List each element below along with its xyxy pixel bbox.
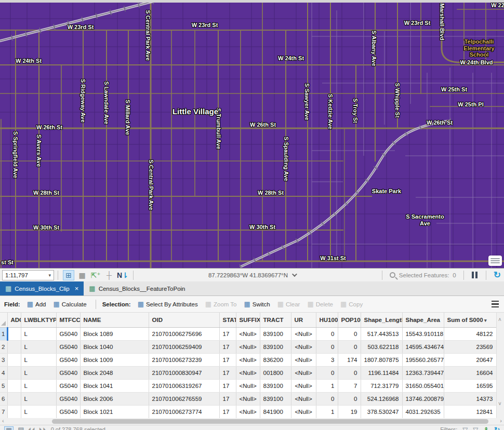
new-map-pane-icon[interactable]: ⊞ bbox=[63, 270, 74, 280]
cell[interactable]: 17 bbox=[219, 327, 236, 340]
scrollbar-thumb[interactable] bbox=[52, 419, 488, 424]
cell[interactable]: 210701006276559 bbox=[149, 392, 219, 405]
cell[interactable]: 1 bbox=[316, 405, 338, 418]
cell[interactable]: 16604 bbox=[444, 366, 496, 379]
cell[interactable]: <Null> bbox=[236, 366, 260, 379]
row-number[interactable]: 2 bbox=[0, 340, 7, 353]
cell[interactable]: 517.443513 bbox=[361, 327, 402, 340]
cell[interactable]: <Null> bbox=[236, 379, 260, 392]
tab-census_blocks__featuretopoin[interactable]: ▦Census_Blocks__FeatureToPoin bbox=[84, 281, 190, 295]
vertical-scrollbar[interactable]: ˄ ˅ bbox=[496, 313, 504, 418]
cell[interactable]: G5040 bbox=[56, 353, 80, 366]
cell[interactable]: <Null> bbox=[291, 379, 316, 392]
cell[interactable]: 48122 bbox=[444, 327, 496, 340]
column-header-shape_length[interactable]: Shape_Length bbox=[361, 313, 402, 327]
cell[interactable]: 0 bbox=[338, 327, 361, 340]
table-menu-icon[interactable] bbox=[492, 301, 501, 308]
scroll-up-icon[interactable]: ˄ bbox=[498, 317, 501, 322]
switch-button[interactable]: ▦Switch bbox=[244, 300, 270, 308]
cell[interactable]: Block 1041 bbox=[80, 379, 149, 392]
cell[interactable]: 12363.739447 bbox=[402, 366, 444, 379]
sync-icon[interactable]: ↟ bbox=[483, 426, 489, 430]
table-row[interactable]: 4LG5040Block 204821070100083094717<Null>… bbox=[0, 366, 496, 379]
cell[interactable]: L bbox=[21, 327, 56, 340]
cell[interactable] bbox=[7, 366, 21, 379]
cell[interactable]: 17 bbox=[219, 366, 236, 379]
table-row[interactable]: 2LG5040Block 104021070100625940917<Null>… bbox=[0, 340, 496, 353]
cell[interactable]: 839100 bbox=[260, 392, 291, 405]
cell[interactable]: 3 bbox=[316, 353, 338, 366]
cell[interactable]: 23569 bbox=[444, 340, 496, 353]
cell[interactable]: 17 bbox=[219, 379, 236, 392]
cell[interactable]: 195560.265774 bbox=[402, 353, 444, 366]
cell[interactable]: 0 bbox=[316, 327, 338, 340]
cell[interactable]: 17 bbox=[219, 353, 236, 366]
snap-crosshair-icon[interactable]: ┼ bbox=[103, 270, 115, 280]
tab-census_blocks_clip[interactable]: ▦Census_Blocks_Clip× bbox=[0, 281, 84, 295]
cell[interactable] bbox=[7, 379, 21, 392]
close-icon[interactable]: × bbox=[75, 285, 79, 292]
north-arrow-icon[interactable]: N⇂ bbox=[117, 270, 128, 280]
table-view-icon[interactable]: ▦ bbox=[4, 426, 14, 430]
cell[interactable]: 524.126968 bbox=[361, 392, 402, 405]
cell[interactable]: <Null> bbox=[236, 327, 260, 340]
cell[interactable]: 001800 bbox=[260, 366, 291, 379]
map-attribution-icon[interactable] bbox=[488, 256, 502, 266]
cell[interactable] bbox=[7, 327, 21, 340]
cell[interactable]: <Null> bbox=[291, 353, 316, 366]
cell[interactable]: 836200 bbox=[260, 353, 291, 366]
cell[interactable]: 0 bbox=[316, 340, 338, 353]
cell[interactable]: 210701006259409 bbox=[149, 340, 219, 353]
cell[interactable]: 839100 bbox=[260, 327, 291, 340]
cell[interactable]: 17 bbox=[219, 392, 236, 405]
scale-combo[interactable]: 1:11,797 ▾ bbox=[2, 270, 54, 280]
horizontal-scrollbar[interactable]: ‹ › bbox=[0, 418, 504, 425]
cell[interactable]: 378.530247 bbox=[361, 405, 402, 418]
select-by-attributes-button[interactable]: ▦Select By Attributes bbox=[138, 300, 198, 308]
row-number[interactable]: 1 bbox=[0, 327, 7, 340]
column-header-mtfcc[interactable]: MTFCC bbox=[56, 313, 80, 327]
cell[interactable] bbox=[7, 340, 21, 353]
cell[interactable]: Block 2006 bbox=[80, 392, 149, 405]
coordinates-dropdown[interactable]: 87.7229863°W 41.8369677°N bbox=[208, 272, 296, 278]
cell[interactable]: 712.31779 bbox=[361, 379, 402, 392]
cell[interactable]: <Null> bbox=[236, 392, 260, 405]
cell[interactable]: Block 2048 bbox=[80, 366, 149, 379]
cell[interactable]: <Null> bbox=[236, 353, 260, 366]
cell[interactable]: Block 1089 bbox=[80, 327, 149, 340]
cell[interactable]: 7 bbox=[338, 379, 361, 392]
cell[interactable] bbox=[7, 392, 21, 405]
column-header-state[interactable]: STATE bbox=[219, 313, 236, 327]
record-navigation[interactable]: ⏴⏴ ⏵⏵ bbox=[29, 426, 47, 430]
cell[interactable]: 0 bbox=[316, 366, 338, 379]
table-row[interactable]: 1LG5040Block 108921070100627569617<Null>… bbox=[0, 327, 496, 340]
refresh-icon[interactable]: ↻ bbox=[494, 271, 501, 279]
cell[interactable]: 174 bbox=[338, 353, 361, 366]
row-number[interactable]: 4 bbox=[0, 366, 7, 379]
cell[interactable]: 19 bbox=[338, 405, 361, 418]
table-row[interactable]: 7LG5040Block 102121070100627377417<Null>… bbox=[0, 405, 496, 418]
cell[interactable] bbox=[7, 405, 21, 418]
column-header-tract[interactable]: TRACT bbox=[260, 313, 291, 327]
cell[interactable]: <Null> bbox=[291, 366, 316, 379]
column-header-sum of s000[interactable]: Sum of S000 ▾ bbox=[444, 313, 496, 327]
cell[interactable]: 17 bbox=[219, 340, 236, 353]
cell[interactable]: 839100 bbox=[260, 379, 291, 392]
cell[interactable]: 210701006275696 bbox=[149, 327, 219, 340]
cell[interactable]: 841900 bbox=[260, 405, 291, 418]
grid-icon[interactable]: ▦ bbox=[76, 270, 88, 280]
table-row[interactable]: 5LG5040Block 104121070100631926717<Null>… bbox=[0, 379, 496, 392]
row-number[interactable]: 7 bbox=[0, 405, 7, 418]
cell[interactable]: 210701006273239 bbox=[149, 353, 219, 366]
cell[interactable]: G5040 bbox=[56, 405, 80, 418]
cell[interactable] bbox=[7, 353, 21, 366]
scroll-right-icon[interactable]: › bbox=[500, 418, 502, 424]
row-number[interactable]: 3 bbox=[0, 353, 7, 366]
column-header-oid[interactable]: OID bbox=[149, 313, 219, 327]
cell[interactable]: 0 bbox=[338, 340, 361, 353]
cell[interactable]: 14595.434674 bbox=[402, 340, 444, 353]
cell[interactable]: 0 bbox=[316, 392, 338, 405]
cell[interactable]: G5040 bbox=[56, 327, 80, 340]
cell[interactable]: L bbox=[21, 405, 56, 418]
cell[interactable]: 1807.807875 bbox=[361, 353, 402, 366]
